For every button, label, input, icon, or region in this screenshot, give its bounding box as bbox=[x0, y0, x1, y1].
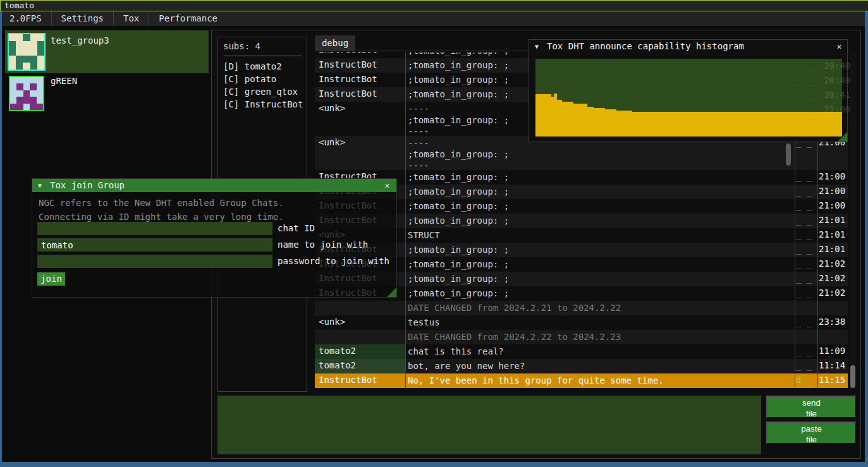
message-text: testus bbox=[408, 315, 795, 328]
timestamp: 23:38 bbox=[819, 315, 848, 327]
fps-counter: 2.0FPS bbox=[0, 11, 51, 26]
window-border-left bbox=[0, 11, 2, 462]
close-icon[interactable]: ✕ bbox=[834, 42, 844, 51]
group-avatar-gREEN bbox=[9, 76, 44, 111]
delivery-flags: _ _ bbox=[796, 170, 817, 181]
message-text: ;tomato_in_group: ; bbox=[408, 185, 795, 197]
dialog-info-line: NGC refers to the New DHT enabled Group … bbox=[39, 198, 284, 208]
tox-join-group-dialog: ▼ Tox join Group ✕ NGC refers to the New… bbox=[32, 178, 397, 298]
join-button[interactable]: join bbox=[37, 272, 65, 286]
paste-file-button[interactable]: paste file bbox=[766, 422, 857, 444]
faded-row-behind-window: _ _ 20:40 bbox=[797, 61, 850, 71]
join-name-field-label: name to join with bbox=[278, 238, 368, 252]
sender-name: <unk> bbox=[315, 136, 405, 170]
dialog-titlebar[interactable]: ▼ Tox join Group ✕ bbox=[32, 179, 396, 192]
join-name-field[interactable] bbox=[37, 238, 272, 252]
sender-name: InstructBot bbox=[315, 58, 405, 73]
member-item[interactable]: [C] InstructBot bbox=[223, 98, 302, 111]
chat-row[interactable]: InstructBotNo, I've been in this group f… bbox=[315, 373, 848, 388]
app-root: { "titlebar": { "title": "tomato" }, "me… bbox=[0, 0, 868, 467]
delivery-flags: d _ bbox=[796, 373, 817, 385]
delivery-flags: _ _ bbox=[796, 185, 817, 196]
sender-name bbox=[315, 301, 405, 315]
sender-name: InstructBot bbox=[315, 373, 405, 388]
histogram-bar bbox=[573, 104, 587, 136]
timestamp: 11:14 bbox=[819, 359, 848, 370]
subs-count: subs: 4 bbox=[223, 41, 302, 51]
collapse-arrow-icon[interactable]: ▼ bbox=[38, 179, 42, 192]
timestamp: 21:02 bbox=[819, 257, 848, 269]
histogram-plot bbox=[535, 59, 842, 136]
histogram-bar bbox=[632, 112, 842, 136]
member-item[interactable]: [C] green_qtox bbox=[223, 85, 302, 98]
column-separator bbox=[405, 52, 406, 388]
member-item[interactable]: [D] tomato2 bbox=[223, 60, 302, 73]
histogram-bar bbox=[535, 94, 551, 136]
delivery-flags: _ _ bbox=[796, 199, 817, 210]
message-text: STRUCT bbox=[408, 228, 795, 241]
message-text: DATE CHANGED from 2024.2.21 to 2024.2.22 bbox=[408, 301, 795, 313]
delivery-flags bbox=[796, 301, 817, 302]
message-cell-scrollbar-handle[interactable] bbox=[786, 143, 791, 166]
close-icon[interactable]: ✕ bbox=[382, 181, 392, 190]
message-text: ;tomato_in_group: ; bbox=[408, 286, 795, 299]
sender-name: InstructBot bbox=[315, 52, 405, 58]
message-text: ;tomato_in_group: ; bbox=[408, 257, 795, 270]
chat-row[interactable]: DATE CHANGED from 2024.2.22 to 2024.2.23 bbox=[315, 330, 848, 344]
group-avatar-test_group3 bbox=[8, 33, 46, 71]
chat-row[interactable]: tomato2chat is this real?_ _11:09 bbox=[315, 344, 848, 359]
sender-name: tomato2 bbox=[315, 344, 405, 359]
timestamp bbox=[819, 301, 848, 302]
join-password-field-label: password to join with bbox=[278, 255, 389, 268]
histogram-bar bbox=[616, 111, 632, 136]
timestamp: 21:02 bbox=[819, 272, 848, 283]
send-file-button[interactable]: send file bbox=[766, 396, 857, 418]
dht-histogram-window: ▼ Tox DHT announce capability histogram … bbox=[529, 39, 848, 142]
chat-id-field[interactable] bbox=[37, 222, 272, 235]
delivery-flags bbox=[796, 330, 817, 331]
menu-tox[interactable]: Tox bbox=[114, 11, 149, 26]
menu-performance[interactable]: Performance bbox=[149, 11, 227, 26]
delivery-flags: _ _ bbox=[796, 257, 817, 269]
timestamp: 21:01 bbox=[819, 214, 848, 225]
resize-grip[interactable] bbox=[387, 288, 396, 297]
delivery-flags: _ _ bbox=[796, 243, 817, 254]
histogram-bar bbox=[557, 100, 562, 136]
member-list: [D] tomato2[C] potato[C] green_qtox[C] I… bbox=[223, 60, 302, 111]
message-text: No, I've been in this group for quite so… bbox=[408, 373, 795, 386]
tab-debug[interactable]: debug bbox=[315, 35, 355, 51]
message-text: bot, are you new here? bbox=[408, 359, 795, 372]
window-titlebar[interactable]: tomato bbox=[0, 0, 868, 11]
message-input[interactable] bbox=[217, 396, 761, 454]
menu-settings[interactable]: Settings bbox=[52, 11, 113, 26]
chat-row[interactable]: DATE CHANGED from 2024.2.21 to 2024.2.22 bbox=[315, 301, 848, 315]
resize-grip[interactable] bbox=[838, 132, 847, 142]
histogram-bar bbox=[605, 109, 616, 136]
sender-name: <unk> bbox=[315, 102, 405, 136]
delivery-flags: _ _ bbox=[796, 315, 817, 327]
timestamp: 11:15 bbox=[819, 373, 848, 385]
chat-row[interactable]: <unk>testus_ _23:38 bbox=[315, 315, 848, 330]
timestamp: 21:01 bbox=[819, 243, 848, 254]
message-text: ;tomato_in_group: ; bbox=[408, 170, 795, 183]
sender-name: <unk> bbox=[315, 315, 405, 330]
group-name: gREEN bbox=[51, 76, 77, 86]
chat-row[interactable]: tomato2bot, are you new here?_ _11:14 bbox=[315, 359, 848, 373]
message-text: ;tomato_in_group: ; bbox=[408, 243, 795, 255]
delivery-flags: _ _ bbox=[796, 228, 817, 240]
histogram-titlebar[interactable]: ▼ Tox DHT announce capability histogram … bbox=[529, 40, 847, 53]
dialog-info-line: Connecting via ID might take a very long… bbox=[39, 212, 284, 222]
delivery-flags: _ _ bbox=[796, 286, 817, 298]
timestamp: 21:01 bbox=[819, 228, 848, 240]
collapse-arrow-icon[interactable]: ▼ bbox=[535, 40, 539, 53]
join-password-field[interactable] bbox=[37, 255, 272, 268]
histogram-bar bbox=[587, 107, 594, 136]
chat-scrollbar-handle[interactable] bbox=[850, 365, 855, 388]
sender-name: InstructBot bbox=[315, 87, 405, 102]
chat-scrollbar[interactable] bbox=[850, 52, 856, 388]
timestamp: 21:00 bbox=[819, 199, 848, 210]
message-text: ;tomato_in_group: ; bbox=[408, 214, 795, 226]
faded-row-behind-window: _ _ 21:00 bbox=[797, 104, 850, 114]
message-text: chat is this real? bbox=[408, 344, 795, 357]
member-item[interactable]: [C] potato bbox=[223, 73, 302, 85]
